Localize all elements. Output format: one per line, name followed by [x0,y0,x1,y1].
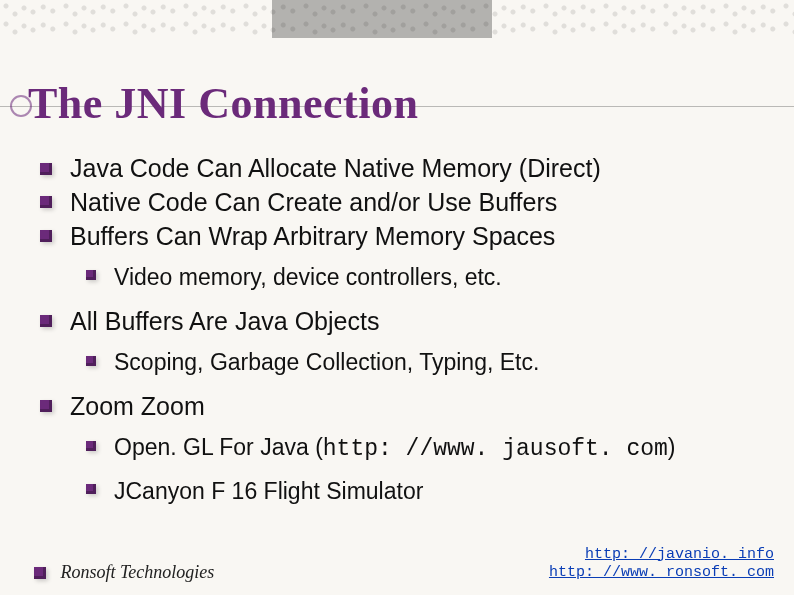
bullet-text: Video memory, device controllers, etc. [114,264,502,290]
sub-bullet-item: Open. GL For Java (http: //www. jausoft.… [114,431,774,466]
footer-link[interactable]: http: //www. ronsoft. com [549,564,774,581]
bullet-text-suffix: ) [668,434,676,460]
bullet-icon [40,315,52,327]
bullet-text: Native Code Can Create and/or Use Buffer… [70,188,557,216]
bullet-text-prefix: Open. GL For Java ( [114,434,323,460]
slide-title: The JNI Connection [28,78,418,129]
bullet-text: JCanyon F 16 Flight Simulator [114,478,423,504]
footer-company: Ronsoft Technologies [60,562,214,582]
bullet-item: Zoom Zoom Open. GL For Java (http: //www… [70,390,774,508]
decorative-topbar [0,0,794,42]
slide-footer: Ronsoft Technologies http: //javanio. in… [34,546,774,584]
bullet-text: All Buffers Are Java Objects [70,307,379,335]
bullet-icon [40,163,52,175]
footer-left: Ronsoft Technologies [34,562,214,583]
bullet-text: Zoom Zoom [70,392,205,420]
footer-links: http: //javanio. info http: //www. ronso… [549,546,774,584]
slide-body: Java Code Can Allocate Native Memory (Di… [70,152,774,512]
bullet-text: Scoping, Garbage Collection, Typing, Etc… [114,349,539,375]
footer-link[interactable]: http: //javanio. info [585,546,774,563]
bullet-item: Java Code Can Allocate Native Memory (Di… [70,152,774,186]
bullet-icon [86,356,96,366]
bullet-icon [86,441,96,451]
bullet-icon [40,400,52,412]
bullet-item: Buffers Can Wrap Arbitrary Memory Spaces… [70,220,774,295]
bullet-icon [40,196,52,208]
bullet-icon [40,230,52,242]
bullet-text: Java Code Can Allocate Native Memory (Di… [70,154,601,182]
bullet-text-code: http: //www. jausoft. com [323,436,668,462]
bullet-icon [34,567,46,579]
bullet-icon [86,484,96,494]
sub-bullet-item: Video memory, device controllers, etc. [114,261,774,294]
sub-bullet-item: JCanyon F 16 Flight Simulator [114,475,774,508]
sub-bullet-item: Scoping, Garbage Collection, Typing, Etc… [114,346,774,379]
bullet-item: Native Code Can Create and/or Use Buffer… [70,186,774,220]
bullet-icon [86,270,96,280]
bullet-text: Buffers Can Wrap Arbitrary Memory Spaces [70,222,555,250]
bullet-item: All Buffers Are Java Objects Scoping, Ga… [70,305,774,380]
